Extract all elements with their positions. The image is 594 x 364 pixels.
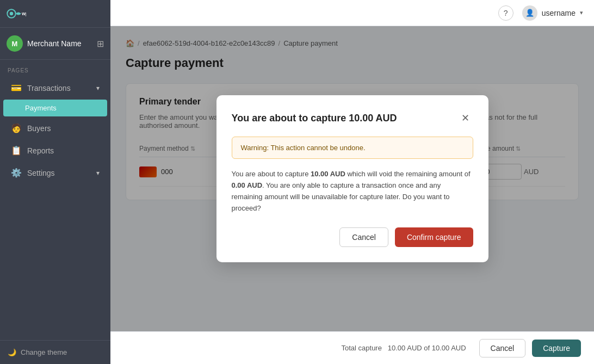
chevron-down-icon: ▾	[96, 84, 100, 92]
merchant-area[interactable]: M Merchant Name ⊞	[0, 28, 110, 60]
sidebar-item-reports[interactable]: 📋 Reports	[3, 140, 107, 161]
modal-header: You are about to capture 10.00 AUD ✕	[232, 110, 473, 126]
layout-icon: ⊞	[97, 39, 104, 49]
page-content: 🏠 / efae6062-519d-4004-b162-e2c0e143cc89…	[110, 26, 594, 331]
sidebar-item-settings[interactable]: ⚙️ Settings ▾	[3, 162, 107, 183]
svg-point-1	[10, 12, 13, 15]
user-menu[interactable]: 👤 username ▾	[522, 5, 583, 21]
capture-amount-strong: 10.00 AUD	[311, 170, 345, 178]
top-navigation: ? 👤 username ▾	[110, 0, 594, 26]
user-chevron-icon: ▾	[580, 9, 583, 16]
modal-overlay: You are about to capture 10.00 AUD ✕ War…	[110, 26, 594, 331]
bottom-bar: Total capture 10.00 AUD of 10.00 AUD Can…	[110, 331, 594, 364]
modal-actions: Cancel Confirm capture	[232, 227, 473, 247]
total-label: Total capture	[342, 344, 382, 352]
modal-cancel-button[interactable]: Cancel	[339, 227, 388, 247]
sidebar-item-label: Transactions	[27, 84, 71, 92]
warning-text: Warning: This action cannot be undone.	[241, 144, 366, 152]
main-content: ? 👤 username ▾ 🏠 / efae6062-519d-4004-b1…	[110, 0, 594, 364]
chevron-down-icon: ▾	[96, 169, 100, 177]
warning-box: Warning: This action cannot be undone.	[232, 137, 473, 159]
credit-card-icon: 💳	[11, 83, 22, 93]
sidebar-item-label: Reports	[27, 146, 54, 155]
user-avatar: 👤	[522, 5, 537, 21]
sidebar-subitem-label: Payments	[25, 104, 57, 112]
merchant-name: Merchant Name	[27, 39, 92, 48]
modal-title: You are about to capture 10.00 AUD	[232, 113, 397, 124]
pages-label: PAGES	[0, 60, 110, 77]
bottom-capture-button[interactable]: Capture	[532, 340, 581, 357]
total-value: 10.00 AUD of 10.00 AUD	[388, 344, 466, 352]
buyers-icon: 🧑	[11, 123, 22, 133]
modal-body-text: You are about to capture 10.00 AUD which…	[232, 169, 473, 214]
reports-icon: 📋	[11, 145, 22, 156]
sidebar-item-payments[interactable]: Payments	[3, 100, 107, 116]
modal-confirm-button[interactable]: Confirm capture	[395, 227, 473, 247]
modal-close-button[interactable]: ✕	[458, 110, 473, 126]
body-part1: You are about to capture	[232, 170, 311, 178]
sidebar: wpay M Merchant Name ⊞ PAGES 💳 Transacti…	[0, 0, 110, 364]
sidebar-header: wpay	[0, 0, 110, 28]
wpay-logo-icon: wpay	[7, 8, 26, 20]
bottom-cancel-button[interactable]: Cancel	[479, 339, 526, 357]
settings-icon: ⚙️	[11, 168, 22, 178]
confirm-capture-modal: You are about to capture 10.00 AUD ✕ War…	[216, 95, 488, 262]
sidebar-item-label: Buyers	[27, 124, 51, 133]
body-part3: . You are only able to capture a transac…	[232, 181, 450, 212]
help-button[interactable]: ?	[498, 5, 513, 21]
svg-text:wpay: wpay	[21, 11, 26, 16]
body-part2: which will void the remaining amount of	[345, 170, 471, 178]
username-label: username	[542, 9, 576, 17]
sidebar-item-buyers[interactable]: 🧑 Buyers	[3, 118, 107, 139]
remaining-amount-strong: 0.00 AUD	[232, 181, 263, 189]
sidebar-item-label: Settings	[27, 169, 55, 177]
change-theme-label: Change theme	[21, 348, 67, 356]
logo-area: wpay	[7, 8, 26, 20]
moon-icon: 🌙	[8, 348, 16, 356]
merchant-avatar: M	[7, 35, 23, 52]
total-capture-text: Total capture 10.00 AUD of 10.00 AUD	[342, 344, 466, 352]
change-theme-button[interactable]: 🌙 Change theme	[0, 340, 110, 364]
sidebar-item-transactions[interactable]: 💳 Transactions ▾	[3, 77, 107, 98]
